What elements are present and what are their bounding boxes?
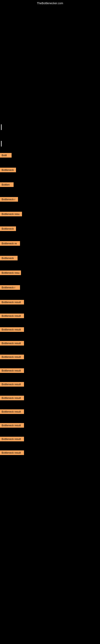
bottleneck-result-item[interactable]: Bottleneck r bbox=[0, 285, 20, 290]
bottleneck-result-item[interactable]: Bottleneck result bbox=[0, 368, 24, 373]
bottleneck-result-item[interactable]: Bottleneck result bbox=[0, 327, 24, 332]
cursor-line-1 bbox=[1, 124, 1, 130]
site-title: TheBottlenecker.com bbox=[37, 2, 63, 5]
bottleneck-result-item[interactable]: Bottleneck result bbox=[0, 423, 24, 428]
bottleneck-result-item[interactable]: Bottleneck bbox=[0, 226, 16, 231]
bottleneck-result-item[interactable]: Bottleneck result bbox=[0, 300, 24, 304]
bottleneck-result-item[interactable]: Bottleneck re bbox=[0, 241, 20, 246]
bottleneck-result-item[interactable]: Bottleneck resu bbox=[0, 270, 21, 275]
bottleneck-result-item[interactable]: Bottleneck r bbox=[0, 197, 18, 202]
bottleneck-result-item[interactable]: Bottleneck result bbox=[0, 314, 24, 318]
cursor-line-2 bbox=[1, 141, 1, 146]
bottleneck-result-item[interactable]: Bottleneck bbox=[0, 168, 16, 172]
bottleneck-result-item[interactable]: Bottleneck result bbox=[0, 437, 24, 441]
bottleneck-result-item[interactable]: Bottleneck result bbox=[0, 354, 24, 359]
bottleneck-result-item[interactable]: Bottleneck result bbox=[0, 341, 24, 346]
bottleneck-list: BottlBottleneckBottlenBottleneck rBottle… bbox=[0, 153, 100, 455]
bottleneck-result-item[interactable]: Bottleneck bbox=[0, 256, 18, 260]
bottleneck-result-item[interactable]: Bottl bbox=[0, 153, 12, 158]
bottleneck-result-item[interactable]: Bottleneck resu bbox=[0, 212, 22, 216]
bottleneck-result-item[interactable]: Bottleneck result bbox=[0, 450, 24, 455]
bottleneck-result-item[interactable]: Bottleneck result bbox=[0, 382, 24, 386]
bottleneck-result-item[interactable]: Bottlen bbox=[0, 182, 14, 187]
bottleneck-result-item[interactable]: Bottleneck result bbox=[0, 396, 24, 400]
bottleneck-result-item[interactable]: Bottleneck result bbox=[0, 409, 24, 414]
